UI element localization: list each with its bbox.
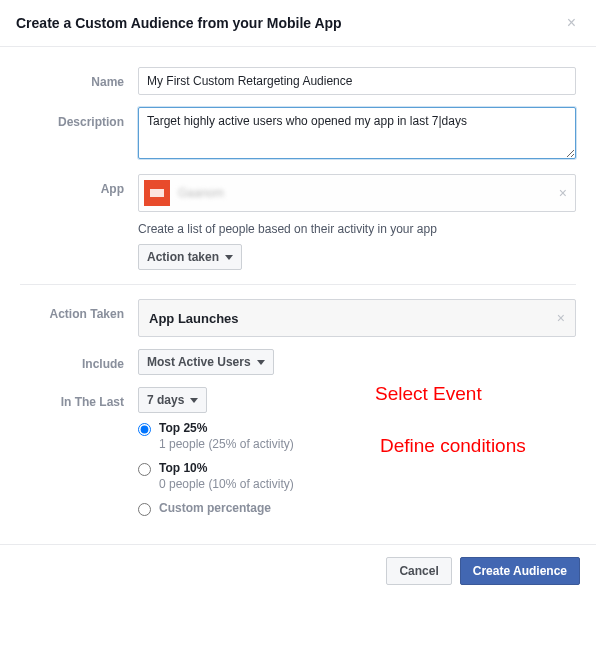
app-icon: [144, 180, 170, 206]
action-taken-selector[interactable]: App Launches ×: [138, 299, 576, 337]
modal-body: Name Description App Gaanom × Create a l…: [0, 47, 596, 526]
radio-sub: 1 people (25% of activity): [159, 437, 294, 451]
annotation-arrows: [0, 599, 596, 651]
app-selector[interactable]: Gaanom ×: [138, 174, 576, 212]
radio-title: Custom percentage: [159, 501, 271, 515]
radio-title: Top 10%: [159, 461, 294, 475]
include-label: Include: [20, 349, 138, 371]
name-row: Name: [20, 67, 576, 95]
divider: [20, 284, 576, 285]
description-label: Description: [20, 107, 138, 129]
radio-custom-input[interactable]: [138, 503, 151, 516]
include-value: Most Active Users: [147, 355, 251, 369]
clear-action-icon[interactable]: ×: [557, 310, 565, 326]
action-taken-value: App Launches: [149, 311, 239, 326]
in-last-value: 7 days: [147, 393, 184, 407]
modal-footer: Cancel Create Audience: [0, 545, 596, 599]
include-dropdown[interactable]: Most Active Users: [138, 349, 274, 375]
percent-radio-group: Top 25% 1 people (25% of activity) Top 1…: [138, 421, 576, 516]
radio-top25-input[interactable]: [138, 423, 151, 436]
radio-title: Top 25%: [159, 421, 294, 435]
name-label: Name: [20, 67, 138, 89]
include-row: Include Most Active Users: [20, 349, 576, 375]
modal-header: Create a Custom Audience from your Mobil…: [0, 0, 596, 47]
in-last-dropdown[interactable]: 7 days: [138, 387, 207, 413]
action-taken-row: Action Taken App Launches ×: [20, 299, 576, 337]
close-icon[interactable]: ×: [563, 14, 580, 32]
chevron-down-icon: [190, 398, 198, 403]
in-last-label: In The Last: [20, 387, 138, 409]
cancel-button[interactable]: Cancel: [386, 557, 451, 585]
action-type-label: Action taken: [147, 250, 219, 264]
modal-title: Create a Custom Audience from your Mobil…: [16, 15, 342, 31]
radio-option-top10[interactable]: Top 10% 0 people (10% of activity): [138, 461, 576, 491]
app-label: App: [20, 174, 138, 196]
chevron-down-icon: [225, 255, 233, 260]
in-last-row: In The Last 7 days Top 25% 1 people (25%…: [20, 387, 576, 526]
radio-top10-input[interactable]: [138, 463, 151, 476]
create-audience-button[interactable]: Create Audience: [460, 557, 580, 585]
description-input[interactable]: [138, 107, 576, 159]
radio-option-top25[interactable]: Top 25% 1 people (25% of activity): [138, 421, 576, 451]
app-row: App Gaanom × Create a list of people bas…: [20, 174, 576, 270]
action-type-dropdown[interactable]: Action taken: [138, 244, 242, 270]
chevron-down-icon: [257, 360, 265, 365]
description-row: Description: [20, 107, 576, 162]
name-input[interactable]: [138, 67, 576, 95]
app-name: Gaanom: [178, 186, 224, 200]
action-taken-label: Action Taken: [20, 299, 138, 321]
radio-option-custom[interactable]: Custom percentage: [138, 501, 576, 516]
helper-text: Create a list of people based on their a…: [138, 222, 576, 236]
clear-app-icon[interactable]: ×: [559, 185, 567, 201]
radio-sub: 0 people (10% of activity): [159, 477, 294, 491]
